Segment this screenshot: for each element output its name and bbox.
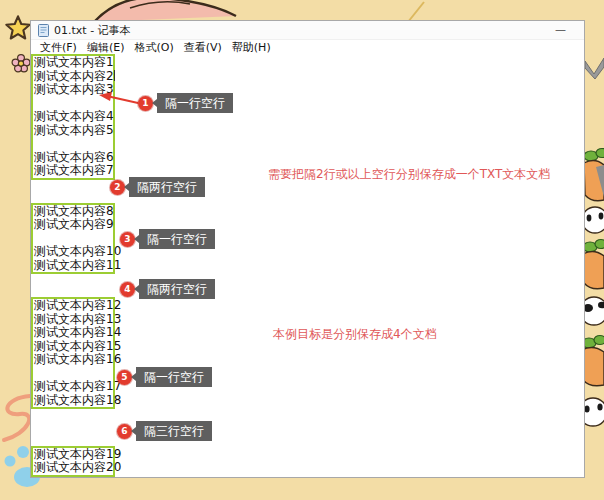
window-title: 01.txt - 记事本: [54, 23, 131, 38]
menu-view[interactable]: 查看(V): [179, 40, 227, 55]
blank-gap: [31, 274, 584, 297]
text-line: 测试文本内容20: [33, 461, 113, 475]
callout-number-badge: 1: [138, 96, 153, 111]
callout-label: 隔三行空行: [136, 421, 212, 441]
text-line: 测试文本内容9: [33, 218, 113, 232]
callout-number-badge: 5: [117, 370, 132, 385]
callout-2: 2 隔两行空行: [110, 177, 205, 197]
callout-label: 隔两行空行: [129, 177, 205, 197]
text-line: 测试文本内容13: [33, 313, 113, 327]
carrot-icon: [583, 240, 604, 289]
screenshot-canvas: 01.txt - 记事本 — 文件(F) 编辑(E) 格式(O) 查看(V) 帮…: [0, 0, 604, 500]
notepad-window: 01.txt - 记事本 — 文件(F) 编辑(E) 格式(O) 查看(V) 帮…: [30, 20, 585, 478]
red-arrow: [98, 90, 142, 108]
text-line: 测试文本内容18: [33, 394, 113, 408]
callout-number-badge: 2: [110, 180, 125, 195]
chevron-doodle-icon: [585, 58, 604, 79]
callout-3: 3 隔一行空行: [120, 229, 215, 249]
text-line: 测试文本内容17: [33, 380, 113, 394]
callout-5: 5 隔一行空行: [117, 367, 212, 387]
callout-label: 隔一行空行: [157, 93, 233, 113]
text-line: 测试文本内容14: [33, 326, 113, 340]
callout-label: 隔两行空行: [139, 279, 215, 299]
callout-6: 6 隔三行空行: [117, 421, 212, 441]
flower-icon: [10, 53, 32, 75]
highlight-box-2: 测试文本内容8测试文本内容9测试文本内容10测试文本内容11: [31, 203, 115, 275]
carrot-icon: [584, 149, 604, 201]
minimize-button[interactable]: —: [555, 22, 566, 38]
callout-number-badge: 3: [120, 232, 135, 247]
text-line: 测试文本内容2: [33, 70, 113, 84]
carrot-icon: [582, 336, 604, 386]
text-line: 测试文本内容7: [33, 164, 113, 178]
blank-line: [33, 232, 113, 246]
callout-number-badge: 6: [117, 424, 132, 439]
highlight-box-3: 测试文本内容12测试文本内容13测试文本内容14测试文本内容15测试文本内容16…: [31, 297, 115, 409]
text-content[interactable]: 测试文本内容1测试文本内容2测试文本内容3测试文本内容4测试文本内容5测试文本内…: [31, 54, 584, 477]
menu-bar: 文件(F) 编辑(E) 格式(O) 查看(V) 帮助(H): [31, 40, 584, 54]
text-line: 测试文本内容8: [33, 205, 113, 219]
annotation-note-2: 本例目标是分别保存成4个文档: [273, 326, 437, 343]
text-line: 测试文本内容5: [33, 124, 113, 138]
callout-label: 隔一行空行: [136, 367, 212, 387]
notepad-icon: [38, 24, 49, 37]
callout-number-badge: 4: [120, 282, 135, 297]
menu-edit[interactable]: 编辑(E): [82, 40, 130, 55]
text-line: 测试文本内容16: [33, 353, 113, 367]
text-line: 测试文本内容19: [33, 448, 113, 462]
star-icon: [4, 14, 32, 42]
blank-gap: [31, 409, 584, 446]
text-line: 测试文本内容1: [33, 56, 113, 70]
blank-line: [33, 137, 113, 151]
blank-line: [33, 367, 113, 381]
menu-file[interactable]: 文件(F): [35, 40, 82, 55]
cat-face-icon: [582, 207, 604, 233]
text-line: 测试文本内容10: [33, 245, 113, 259]
text-line: 测试文本内容15: [33, 340, 113, 354]
callout-4: 4 隔两行空行: [120, 279, 215, 299]
menu-format[interactable]: 格式(O): [129, 40, 178, 55]
text-line: 测试文本内容12: [33, 299, 113, 313]
callout-1: 1 隔一行空行: [138, 93, 233, 113]
text-cursor: [114, 70, 115, 81]
text-line: 测试文本内容11: [33, 259, 113, 273]
text-line: 测试文本内容4: [33, 110, 113, 124]
annotation-note-1: 需要把隔2行或以上空行分别保存成一个TXT文本文档: [268, 166, 550, 183]
text-line: 测试文本内容6: [33, 151, 113, 165]
highlight-box-1: 测试文本内容1测试文本内容2测试文本内容3测试文本内容4测试文本内容5测试文本内…: [31, 54, 115, 180]
highlight-box-4: 测试文本内容19测试文本内容20: [31, 446, 115, 477]
title-bar[interactable]: 01.txt - 记事本 —: [31, 21, 584, 40]
callout-label: 隔一行空行: [139, 229, 215, 249]
menu-help[interactable]: 帮助(H): [227, 40, 276, 55]
